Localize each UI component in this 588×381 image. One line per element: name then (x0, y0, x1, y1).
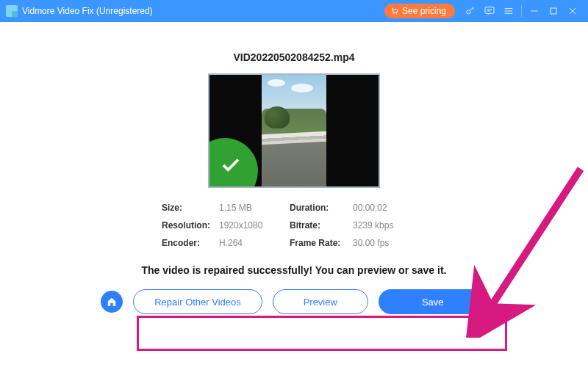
save-button[interactable]: Save (379, 289, 487, 314)
key-icon[interactable] (461, 1, 480, 21)
encoder-label: Encoder: (162, 238, 219, 248)
bitrate-label: Bitrate: (290, 220, 353, 231)
framerate-value: 30.00 fps (353, 238, 412, 248)
size-label: Size: (162, 203, 219, 213)
filename-label: VID20220502084252.mp4 (233, 51, 354, 63)
home-button[interactable] (101, 291, 123, 313)
repair-other-videos-button[interactable]: Repair Other Videos (133, 289, 262, 314)
preview-button[interactable]: Preview (273, 289, 368, 314)
button-row: Repair Other Videos Preview Save (101, 289, 487, 314)
size-value: 1.15 MB (219, 203, 290, 213)
app-title: Vidmore Video Fix (Unregistered) (22, 6, 153, 16)
svg-point-1 (396, 13, 398, 15)
framerate-label: Frame Rate: (290, 238, 353, 248)
menu-icon[interactable] (499, 1, 518, 21)
svg-point-0 (393, 13, 395, 15)
see-pricing-label: See pricing (402, 6, 446, 16)
app-name: Vidmore Video Fix (22, 6, 94, 16)
video-thumbnail (262, 75, 326, 186)
checkmark-icon (220, 154, 242, 176)
svg-rect-4 (551, 8, 556, 14)
bitrate-value: 3239 kbps (353, 220, 412, 231)
cart-icon (390, 7, 399, 15)
resolution-label: Resolution: (162, 220, 219, 231)
feedback-icon[interactable] (480, 1, 499, 21)
metadata-grid: Size: 1.15 MB Duration: 00:00:02 Resolut… (162, 203, 426, 248)
titlebar-separator (521, 5, 522, 17)
maximize-button[interactable] (544, 1, 563, 21)
success-message: The video is repaired successfully! You … (142, 264, 447, 276)
duration-value: 00:00:02 (353, 203, 412, 213)
duration-label: Duration: (290, 203, 353, 213)
app-logo-icon (6, 5, 18, 17)
encoder-value: H.264 (219, 238, 290, 248)
svg-rect-3 (485, 7, 494, 14)
home-icon (107, 297, 117, 307)
resolution-value: 1920x1080 (219, 220, 290, 231)
main-content: VID20220502084252.mp4 Size: 1.15 MB Dura… (0, 22, 588, 381)
close-button[interactable] (563, 1, 582, 21)
video-preview[interactable] (208, 73, 380, 188)
svg-point-2 (467, 10, 470, 14)
minimize-button[interactable] (525, 1, 544, 21)
see-pricing-button[interactable]: See pricing (384, 4, 455, 18)
titlebar: Vidmore Video Fix (Unregistered) See pri… (0, 0, 588, 22)
registration-state: (Unregistered) (96, 6, 153, 16)
success-badge (208, 138, 258, 188)
